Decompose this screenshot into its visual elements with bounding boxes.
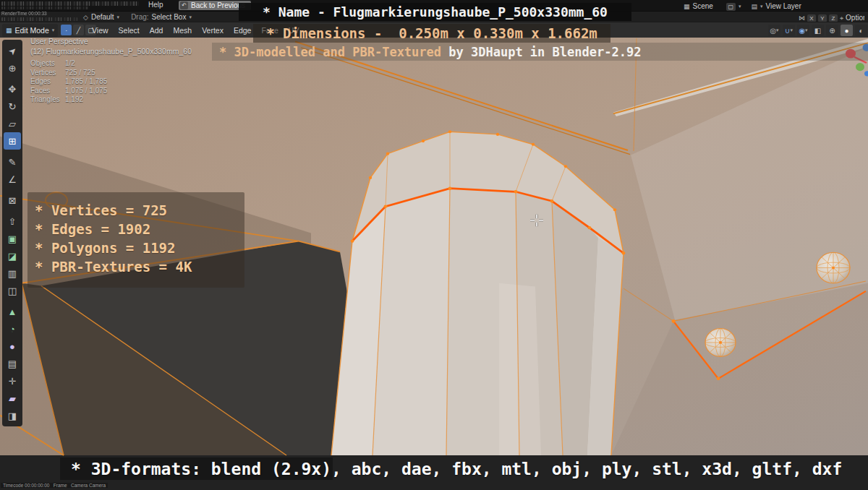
menu-mesh[interactable]: Mesh	[168, 23, 197, 38]
scene-selector[interactable]: Scene	[693, 1, 713, 12]
stat-value: 1,785 / 1,785	[65, 77, 107, 87]
knob-sphere-2[interactable]	[705, 329, 736, 357]
tool-extrude-region[interactable]: ⇧	[4, 212, 21, 230]
menu-vertex[interactable]: Vertex	[197, 23, 229, 38]
tool-scale[interactable]: ▱	[4, 115, 21, 132]
select-mode-vertex[interactable]: ∙	[61, 25, 72, 35]
blender-window: Help ↶ Back to Previous ▦ Scene ▢ ▾ ▤ ▾ …	[0, 0, 868, 490]
proportional-editing-dropdown[interactable]: ◉▾	[797, 25, 809, 36]
tool-measure[interactable]: ∠	[4, 171, 21, 188]
back-arrow-icon: ↶	[180, 1, 188, 9]
spec-polygons: * Polygons = 1192	[35, 238, 244, 257]
banner-credit: * 3D-modelled and PBR-Textured by 3DHaup…	[212, 43, 868, 61]
chevron-down-icon: ▾	[760, 4, 763, 9]
banner-dimensions: * Dimensions - 0.250m x 0.330m x 1.662m	[253, 24, 610, 43]
tool-add-cube[interactable]: ⊠	[4, 192, 21, 209]
formats-line: * 3D-formats: blend (2.9x), abc, dae, fb…	[71, 460, 842, 478]
drag-label: Drag:	[131, 12, 148, 22]
viewport-info: User Perspective (12) Flugmarkierungshau…	[30, 36, 192, 56]
chevron-down-icon: ▾	[189, 14, 192, 20]
tool-shear[interactable]: ▰	[4, 390, 21, 407]
tool-loop-cut[interactable]: ▥	[4, 265, 21, 282]
menu-view[interactable]: View	[87, 23, 114, 38]
stat-label: Triangles	[30, 95, 65, 105]
workspace-dropdown[interactable]: Default	[91, 12, 114, 22]
knob-sphere-1[interactable]	[817, 252, 850, 283]
snap-target-icon: ⌖	[840, 14, 843, 22]
watermark-rendertime: RenderTime 00:00:33	[1, 11, 47, 16]
brush-icon: ◇	[83, 14, 88, 21]
stat-value: 1,075 / 1,075	[65, 87, 107, 96]
tool-cursor[interactable]: ⊕	[4, 59, 21, 77]
tool-select-box[interactable]: ➤	[4, 42, 21, 59]
tool-transform[interactable]: ⊞	[4, 132, 21, 150]
tool-rip-region[interactable]: ◨	[4, 407, 21, 424]
edit-mode-icon: ▦	[6, 27, 12, 34]
tool-smooth[interactable]: ●	[4, 338, 21, 355]
tool-poly-build[interactable]: ▲	[4, 303, 21, 320]
stat-value: 1,192	[65, 95, 83, 105]
select-mode-edge[interactable]: ╱	[73, 25, 84, 35]
mirror-y-toggle[interactable]: Y	[818, 14, 827, 22]
recording-status-text: Timecode 00:00:00:00 Frame Camera Camera	[1, 483, 108, 488]
tool-bevel[interactable]: ◪	[4, 247, 21, 265]
gizmos-toggle[interactable]: ⊕	[826, 25, 838, 36]
spec-overlay-box: * Vertices = 725 * Edges = 1902 * Polygo…	[27, 192, 244, 288]
stat-label: Objects	[30, 59, 65, 69]
transform-orientation-dropdown[interactable]: ◎▾	[768, 25, 780, 36]
watermark-noise	[1, 7, 88, 9]
tool-move[interactable]: ✥	[4, 80, 21, 98]
watermark-noise	[1, 17, 77, 21]
view-perspective-label: User Perspective	[30, 36, 192, 46]
shading-material-button[interactable]: ◐	[855, 25, 867, 36]
new-scene-button[interactable]: ▢	[726, 3, 736, 11]
stat-label: Faces	[30, 87, 65, 96]
drag-tool-dropdown[interactable]: Select Box	[152, 12, 187, 22]
menu-select[interactable]: Select	[114, 23, 145, 38]
mode-dropdown[interactable]: ▦ Edit Mode ▾	[2, 24, 58, 37]
menu-help[interactable]: Help	[148, 0, 163, 10]
mirror-icon: ⋈	[799, 14, 805, 22]
overlays-toggle[interactable]: ◧	[812, 25, 824, 36]
view-layer-selector[interactable]: View Layer	[765, 1, 801, 12]
shading-solid-button[interactable]: ●	[841, 25, 853, 36]
viewport-statistics: Objects1/2 Vertices725 / 725 Edges1,785 …	[30, 59, 107, 105]
scene-icon: ▦	[684, 3, 690, 10]
tool-knife[interactable]: ◫	[4, 282, 21, 299]
stat-value: 1/2	[65, 59, 75, 69]
banner-model-name: * Name - Flugmarkierungshaube_P_500x330m…	[239, 3, 631, 21]
tool-edge-slide[interactable]: ▤	[4, 355, 21, 372]
tool-inset-faces[interactable]: ▣	[4, 230, 21, 247]
chevron-down-icon: ▾	[117, 14, 120, 20]
tool-shrink-fatten[interactable]: ✛	[4, 372, 21, 390]
active-object-label: (12) Flugmarkierungshaube_P_500x330mm_60	[30, 46, 192, 56]
stat-label: Edges	[30, 77, 65, 87]
watermark-noise	[1, 1, 139, 6]
spec-vertices: * Vertices = 725	[35, 201, 244, 220]
tool-rotate[interactable]: ↻	[4, 98, 21, 115]
mirror-z-toggle[interactable]: Z	[829, 14, 838, 22]
mirror-x-toggle[interactable]: X	[807, 14, 816, 22]
menu-edge[interactable]: Edge	[229, 23, 257, 38]
stat-label: Vertices	[30, 69, 65, 78]
spec-pbr-textures: * PBR-Textures = 4K	[35, 257, 244, 276]
menu-add[interactable]: Add	[145, 23, 169, 38]
snapping-magnet-dropdown[interactable]: ∪▾	[783, 25, 795, 36]
toolbar: ➤ ⊕ ✥ ↻ ▱ ⊞ ✎ ∠ ⊠ ⇧ ▣ ◪ ▥ ◫ ▲ ◔ ● ▤ ✛ ▰ …	[2, 40, 22, 426]
tool-spin[interactable]: ◔	[4, 320, 21, 338]
chevron-down-icon: ▾	[739, 4, 741, 9]
spec-edges: * Edges = 1902	[35, 220, 244, 238]
chevron-down-icon: ▾	[52, 27, 55, 33]
tool-annotate[interactable]: ✎	[4, 153, 21, 171]
stat-value: 725 / 725	[65, 69, 95, 78]
view-layer-icon: ▤	[751, 3, 757, 10]
